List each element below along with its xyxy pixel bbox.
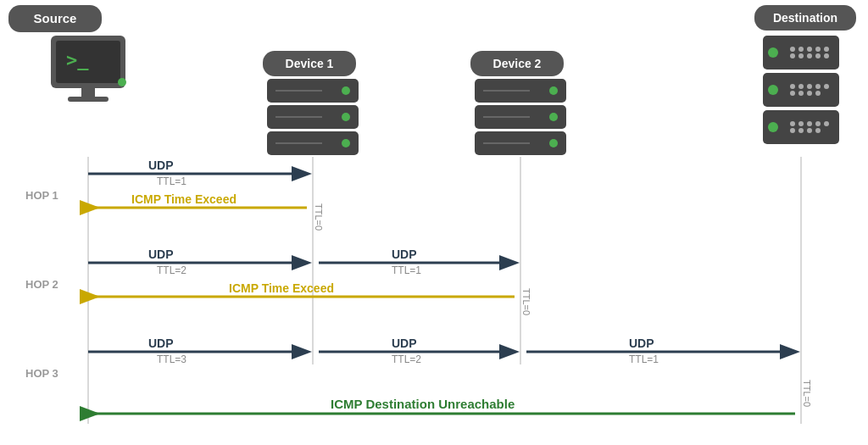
svg-point-17 bbox=[342, 139, 350, 147]
svg-point-33 bbox=[807, 47, 812, 52]
svg-rect-4 bbox=[51, 36, 125, 88]
hop3-ttl1-label: TTL=1 bbox=[629, 353, 659, 365]
svg-point-30 bbox=[768, 47, 778, 58]
hop1-ttl0-label: TTL=0 bbox=[314, 203, 324, 231]
svg-point-54 bbox=[807, 121, 812, 126]
svg-rect-10 bbox=[267, 105, 359, 129]
svg-point-25 bbox=[549, 113, 558, 121]
device2-label: Device 2 bbox=[493, 57, 542, 70]
svg-point-51 bbox=[768, 122, 778, 132]
hop2-ttl1-label: TTL=1 bbox=[392, 264, 421, 276]
svg-point-26 bbox=[549, 139, 558, 147]
hop3-udp3-label: UDP bbox=[629, 337, 654, 350]
svg-rect-6 bbox=[81, 88, 95, 98]
source-label: Source bbox=[34, 11, 77, 25]
svg-point-53 bbox=[798, 121, 804, 126]
svg-point-46 bbox=[824, 84, 829, 89]
hop3-ttl2-label: TTL=2 bbox=[392, 353, 421, 365]
svg-point-39 bbox=[815, 53, 821, 58]
svg-point-55 bbox=[815, 121, 821, 126]
hop1-icmp-label: ICMP Time Exceed bbox=[131, 192, 236, 206]
hop2-icmp-label: ICMP Time Exceed bbox=[229, 281, 334, 295]
svg-point-52 bbox=[790, 121, 795, 126]
svg-point-16 bbox=[342, 113, 350, 121]
svg-point-38 bbox=[807, 53, 812, 58]
svg-point-50 bbox=[815, 91, 821, 96]
hop1-ttl1-label: TTL=1 bbox=[157, 175, 186, 187]
svg-rect-0 bbox=[8, 5, 102, 32]
svg-point-45 bbox=[815, 84, 821, 89]
svg-rect-9 bbox=[267, 79, 359, 103]
hop1-udp-label: UDP bbox=[148, 159, 174, 172]
svg-point-24 bbox=[549, 86, 558, 95]
hop2-label: HOP 2 bbox=[25, 278, 58, 291]
svg-rect-2 bbox=[470, 51, 564, 76]
svg-point-32 bbox=[798, 47, 804, 52]
svg-point-60 bbox=[815, 128, 821, 133]
svg-point-44 bbox=[807, 84, 812, 89]
terminal-icon: >_ bbox=[66, 49, 89, 70]
svg-point-49 bbox=[807, 91, 812, 96]
svg-rect-18 bbox=[475, 79, 566, 103]
svg-point-41 bbox=[768, 85, 778, 95]
hop2-udp2-label: UDP bbox=[392, 248, 417, 261]
svg-rect-1 bbox=[263, 51, 356, 76]
hop2-ttl2-label: TTL=2 bbox=[157, 264, 186, 276]
svg-rect-28 bbox=[763, 73, 839, 107]
svg-point-57 bbox=[790, 128, 795, 133]
svg-point-31 bbox=[790, 47, 795, 52]
hop3-ttl0-label: TTL=0 bbox=[802, 380, 812, 407]
svg-rect-27 bbox=[763, 36, 839, 70]
hop3-udp2-label: UDP bbox=[392, 337, 417, 350]
hop2-ttl0-label: TTL=0 bbox=[521, 288, 531, 315]
svg-rect-19 bbox=[475, 105, 566, 129]
svg-rect-3 bbox=[754, 5, 856, 31]
hop3-label: HOP 3 bbox=[25, 367, 58, 380]
svg-point-42 bbox=[790, 84, 795, 89]
svg-point-35 bbox=[824, 47, 829, 52]
svg-rect-5 bbox=[56, 41, 120, 83]
svg-point-58 bbox=[798, 128, 804, 133]
hop3-udp1-label: UDP bbox=[148, 337, 174, 350]
svg-rect-7 bbox=[68, 97, 108, 102]
svg-point-15 bbox=[342, 86, 350, 95]
device1-label: Device 1 bbox=[286, 57, 334, 70]
hop3-ttl3-label: TTL=3 bbox=[157, 353, 186, 365]
svg-rect-11 bbox=[267, 131, 359, 155]
svg-point-36 bbox=[790, 53, 795, 58]
svg-point-47 bbox=[790, 91, 795, 96]
svg-point-56 bbox=[824, 121, 829, 126]
svg-rect-20 bbox=[475, 131, 566, 155]
svg-point-37 bbox=[798, 53, 804, 58]
svg-point-40 bbox=[824, 53, 829, 58]
svg-point-48 bbox=[798, 91, 804, 96]
destination-label: Destination bbox=[773, 11, 837, 25]
hop2-udp1-label: UDP bbox=[148, 248, 174, 261]
hop3-icmp-label: ICMP Destination Unreachable bbox=[331, 397, 515, 411]
diagram: Source Device 1 Device 2 Destination >_ bbox=[0, 0, 868, 445]
svg-point-59 bbox=[807, 128, 812, 133]
svg-point-43 bbox=[798, 84, 804, 89]
svg-point-8 bbox=[118, 78, 126, 86]
svg-point-34 bbox=[815, 47, 821, 52]
svg-rect-29 bbox=[763, 110, 839, 144]
hop1-label: HOP 1 bbox=[25, 189, 58, 202]
